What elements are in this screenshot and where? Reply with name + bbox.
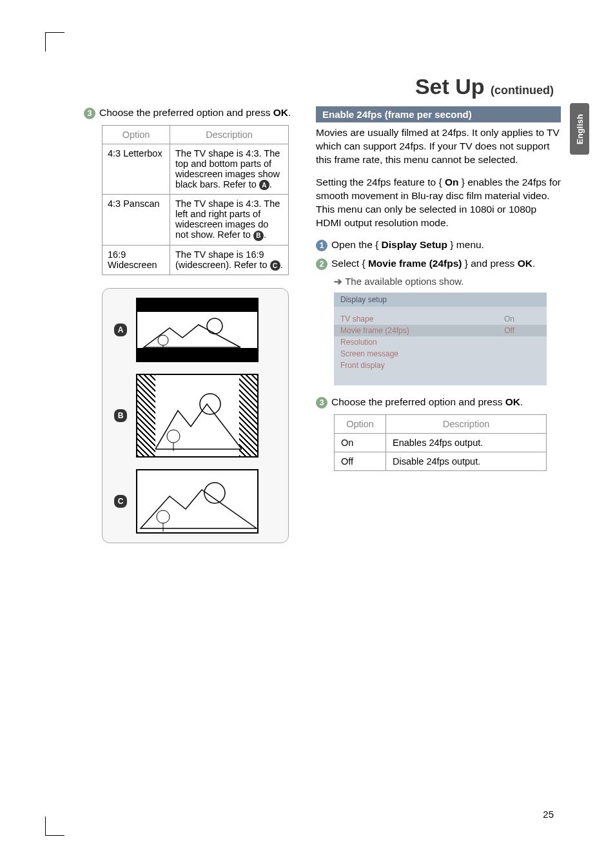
desc-cell: The TV shape is 4:3. The left and right …: [170, 195, 289, 246]
diagram-label-b: B: [114, 409, 127, 422]
opt-cell: 4:3 Letterbox: [102, 144, 170, 195]
menu-value: On: [504, 314, 540, 323]
right-step-1: 1 Open the { Display Setup } menu.: [316, 238, 561, 252]
fps-options-table: Option Description On Enables 24fps outp…: [334, 414, 547, 471]
table-row: 4:3 Letterbox The TV shape is 4:3. The t…: [102, 144, 289, 195]
scene-icon: [137, 470, 260, 535]
opt-cell: On: [335, 434, 386, 452]
step-badge-3: 3: [316, 397, 327, 409]
diagram-label-a: A: [114, 323, 127, 336]
desc-cell: Enables 24fps output.: [386, 434, 547, 452]
menu-value: [514, 349, 540, 358]
menu-label: TV shape: [340, 314, 373, 323]
page-title: Set Up (continued): [415, 74, 554, 99]
text: .: [264, 229, 266, 240]
tv-frame-panscan: [136, 374, 259, 458]
desc-cell: Disable 24fps output.: [386, 452, 547, 471]
diagram-label-c: C: [114, 495, 127, 508]
text-bold: Display Setup: [382, 239, 448, 250]
right-column: Enable 24fps (frame per second) Movies a…: [316, 106, 561, 471]
menu-label: Screen message: [340, 349, 398, 358]
diagram-row-b: B: [114, 374, 277, 458]
scene-icon: [155, 375, 242, 459]
text: Select {: [331, 258, 368, 269]
step2-sub: The available options show.: [334, 276, 561, 287]
display-setup-menu: Display setup TV shape On Movie frame (2…: [334, 293, 547, 385]
text: } and press: [462, 258, 517, 269]
diagram-row-a: A: [114, 298, 277, 362]
title-main: Set Up: [415, 74, 485, 99]
th-desc: Description: [386, 415, 547, 434]
svg-point-0: [207, 318, 222, 334]
text: .: [269, 179, 272, 189]
text-bold: OK: [273, 107, 288, 118]
desc-cell: The TV shape is 4:3. The top and bottom …: [170, 144, 289, 195]
text: The TV shape is 16:9 (widescreen). Refer…: [175, 249, 270, 270]
menu-label: Resolution: [340, 338, 377, 347]
text: .: [288, 107, 291, 118]
crop-mark-tl: [45, 32, 64, 52]
th-desc: Description: [170, 125, 289, 144]
menu-title: Display setup: [334, 293, 547, 307]
left-column: 3 Choose the preferred option and press …: [84, 106, 293, 543]
right-step-3: 3 Choose the preferred option and press …: [316, 396, 561, 409]
diagram-row-c: C: [114, 469, 277, 534]
text-bold: On: [445, 177, 459, 188]
left-step-3: 3 Choose the preferred option and press …: [84, 106, 293, 120]
paragraph-2: Setting the 24fps feature to { On } enab…: [316, 176, 561, 230]
text: } menu.: [447, 239, 484, 250]
table-row: 16:9 Widescreen The TV shape is 16:9 (wi…: [102, 245, 289, 275]
menu-row: Front display: [334, 360, 547, 371]
page-number: 25: [543, 809, 554, 820]
step-badge-3: 3: [84, 108, 95, 119]
table-row: Off Disable 24fps output.: [335, 452, 547, 471]
scene-icon: [137, 312, 260, 351]
text: Choose the preferred option and press: [99, 107, 273, 118]
text-bold: Movie frame (24fps): [368, 258, 462, 269]
th-option: Option: [102, 125, 170, 144]
title-sub: (continued): [491, 84, 554, 97]
svg-point-1: [158, 335, 168, 345]
hatch-left: [137, 375, 155, 456]
tv-shape-table: Option Description 4:3 Letterbox The TV …: [102, 125, 289, 276]
left-step3-text: Choose the preferred option and press OK…: [99, 106, 291, 120]
crop-mark-bl: [45, 816, 64, 836]
ref-icon: C: [270, 260, 280, 271]
tv-frame-letterbox: [136, 298, 259, 362]
text: Setting the 24fps feature to {: [316, 177, 445, 188]
text: .: [280, 260, 283, 270]
text-bold: OK: [518, 258, 532, 269]
table-row: 4:3 Panscan The TV shape is 4:3. The lef…: [102, 195, 289, 246]
menu-label: Front display: [340, 361, 385, 370]
menu-row: Resolution: [334, 336, 547, 348]
step-badge-2: 2: [316, 258, 327, 270]
section-heading: Enable 24fps (frame per second): [316, 106, 561, 122]
menu-row: Screen message: [334, 348, 547, 360]
text-bold: OK: [505, 396, 520, 407]
menu-value: [514, 361, 540, 370]
text: .: [520, 396, 523, 407]
ref-icon: A: [259, 180, 269, 190]
table-header-row: Option Description: [335, 415, 547, 434]
text: Open the {: [331, 239, 382, 250]
svg-point-4: [167, 430, 180, 443]
ref-icon: B: [253, 231, 264, 241]
table-header-row: Option Description: [102, 125, 289, 144]
th-option: Option: [335, 415, 386, 434]
hatch-right: [239, 375, 257, 456]
step-badge-1: 1: [316, 240, 327, 251]
opt-cell: Off: [335, 452, 386, 471]
svg-point-6: [204, 483, 225, 503]
menu-row-selected: Movie frame (24fps) Off: [334, 325, 547, 336]
menu-value: Off: [504, 326, 540, 335]
right-step-2: 2 Select { Movie frame (24fps) } and pre…: [316, 257, 561, 271]
black-bar-top: [137, 299, 257, 312]
menu-row: TV shape On: [334, 313, 547, 325]
language-tab: English: [570, 103, 589, 155]
opt-cell: 4:3 Panscan: [102, 195, 170, 246]
svg-point-3: [200, 394, 220, 414]
right-step2-text: Select { Movie frame (24fps) } and press…: [331, 257, 535, 271]
desc-cell: The TV shape is 16:9 (widescreen). Refer…: [170, 245, 289, 275]
paragraph-1: Movies are usually filmed at 24fps. It o…: [316, 126, 561, 167]
language-tab-label: English: [575, 114, 585, 144]
